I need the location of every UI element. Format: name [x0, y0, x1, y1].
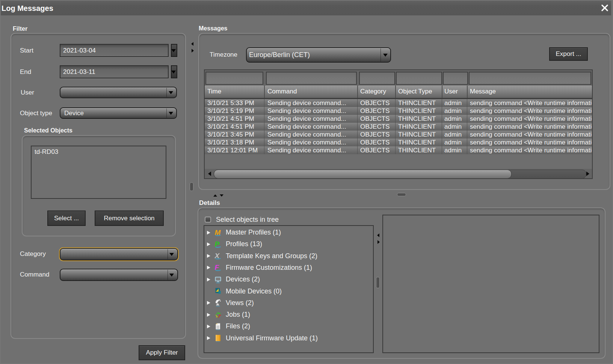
svg-text:M: M: [215, 229, 221, 236]
svg-text:P: P: [215, 241, 220, 248]
svg-text:X: X: [214, 252, 220, 260]
svg-text:F: F: [215, 264, 220, 271]
